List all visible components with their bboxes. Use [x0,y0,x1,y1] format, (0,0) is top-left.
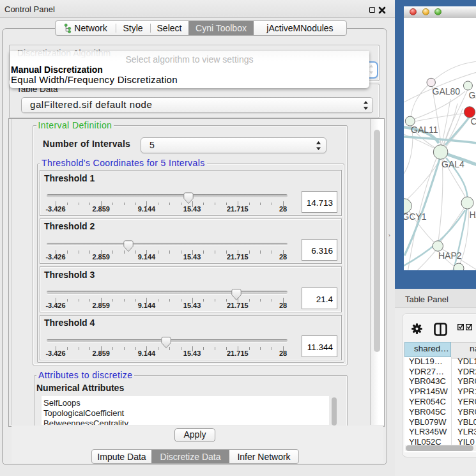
svg-text:CY: CY [471,116,476,127]
svg-text:GAL80: GAL80 [433,86,461,96]
svg-text:HAP2: HAP2 [438,250,462,261]
svg-text:GA: GA [469,90,476,100]
svg-text:HA: HA [470,210,476,220]
svg-text:GCY1: GCY1 [404,211,427,222]
svg-text:GAL4: GAL4 [441,159,464,169]
svg-text:GAL11: GAL11 [411,125,438,135]
